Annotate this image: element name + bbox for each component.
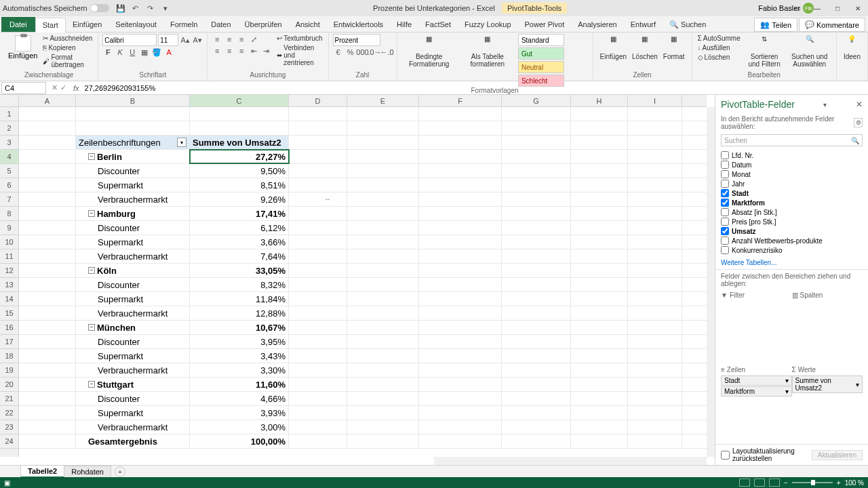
tab-einfuegen[interactable]: Einfügen (66, 17, 108, 32)
row-header-1[interactable]: 1 (0, 107, 18, 121)
rows-area[interactable]: ≡Zeilen Stadt▾Marktform▾ (721, 365, 792, 441)
chevron-down-icon[interactable]: ▾ (785, 388, 789, 395)
ideas-button[interactable]: 💡Ideen (841, 34, 863, 62)
columns-area[interactable]: ▥Spalten (792, 290, 863, 365)
fx-icon[interactable]: fx (71, 84, 82, 92)
pivot-row-label[interactable]: Supermarkt (76, 292, 190, 306)
collapse-icon[interactable]: − (88, 153, 95, 160)
col-header-I[interactable]: I (628, 95, 682, 106)
row-header-3[interactable]: 3 (0, 136, 18, 150)
pivot-row-label[interactable]: Verbrauchermarkt (76, 420, 190, 434)
underline-icon[interactable]: U (127, 47, 138, 58)
pivot-value[interactable]: 9,26% (190, 192, 289, 206)
row-header-6[interactable]: 6 (0, 178, 18, 192)
pivot-value[interactable]: 9,50% (190, 164, 289, 178)
find-select-button[interactable]: 🔍Suchen und Auswählen (787, 34, 832, 69)
zoom-in-icon[interactable]: + (837, 479, 841, 487)
border-icon[interactable]: ▦ (139, 47, 150, 58)
format-as-table-button[interactable]: ▦Als Tabelle formatieren (460, 34, 515, 87)
number-format-combo[interactable] (333, 34, 380, 46)
font-size-combo[interactable] (158, 34, 178, 46)
row-header-5[interactable]: 5 (0, 164, 18, 178)
inc-decimal-icon[interactable]: .0→ (370, 47, 380, 58)
tab-ansicht[interactable]: Ansicht (289, 17, 327, 32)
field-checkbox[interactable] (721, 151, 729, 159)
format-cells-button[interactable]: ▦Format (660, 34, 688, 62)
currency-icon[interactable]: € (333, 47, 344, 58)
field-item[interactable]: Stadt (721, 188, 863, 198)
pivot-value[interactable]: 7,64% (190, 249, 289, 263)
tab-factset[interactable]: FactSet (418, 17, 458, 32)
row-header-20[interactable]: 20 (0, 378, 18, 392)
maximize-icon[interactable]: □ (827, 0, 848, 16)
pivot-row-label[interactable]: Verbrauchermarkt (76, 192, 190, 206)
pivot-value[interactable]: 3,93% (190, 406, 289, 420)
pivot-value[interactable]: 3,30% (190, 363, 289, 377)
font-name-combo[interactable] (102, 34, 157, 46)
tab-start[interactable]: Start (35, 18, 66, 33)
field-checkbox[interactable] (721, 227, 729, 235)
pivot-value[interactable]: 3,66% (190, 235, 289, 249)
cancel-formula-icon[interactable]: ✕ (52, 83, 58, 92)
field-item[interactable]: Jahr (721, 179, 863, 188)
update-button[interactable]: Aktualisieren (812, 450, 863, 460)
style-gut[interactable]: Gut (518, 47, 564, 60)
sheet-tab-tabelle2[interactable]: Tabelle2 (20, 465, 64, 478)
format-painter-button[interactable]: 🖌Format übertragen (41, 53, 94, 69)
field-checkbox[interactable] (721, 218, 729, 226)
col-header-D[interactable]: D (289, 95, 347, 106)
italic-icon[interactable]: K (115, 47, 125, 58)
pivot-row-label[interactable]: Discounter (76, 278, 190, 291)
field-checkbox[interactable] (721, 199, 729, 207)
pivot-value[interactable]: 17,41% (190, 207, 289, 220)
worksheet-grid[interactable]: ABCDEFGHI 123456789101112131415161718192… (0, 95, 715, 465)
row-header-24[interactable]: 24 (0, 434, 18, 449)
field-item[interactable]: Preis [pro Stk.] (721, 217, 863, 226)
field-checkbox[interactable] (721, 237, 729, 245)
pivot-value[interactable]: 6,12% (190, 221, 289, 235)
pivot-row-label[interactable]: Discounter (76, 164, 190, 178)
sheet-tab-rohdaten[interactable]: Rohdaten (64, 466, 111, 478)
pivot-row-label[interactable]: Supermarkt (76, 406, 190, 420)
tab-seitenlayout[interactable]: Seitenlayout (108, 17, 163, 32)
zoom-slider[interactable] (792, 482, 833, 483)
file-tab[interactable]: Datei (1, 17, 35, 32)
fill-button[interactable]: ↓Ausfüllen (696, 43, 742, 52)
field-checkbox[interactable] (721, 208, 729, 216)
pivot-row-label[interactable]: Discounter (76, 335, 190, 348)
comma-icon[interactable]: 000 (357, 47, 368, 58)
pivot-row-label[interactable]: −München (76, 321, 190, 334)
field-checkbox[interactable] (721, 161, 729, 169)
style-neutral[interactable]: Neutral (518, 61, 564, 73)
undo-icon[interactable]: ↶ (131, 3, 140, 13)
style-standard[interactable]: Standard (518, 34, 564, 46)
cell-styles-gallery[interactable]: Standard Gut Neutral Schlecht (518, 34, 589, 87)
row-header-10[interactable]: 10 (0, 235, 18, 249)
pivot-value[interactable]: 4,66% (190, 392, 289, 405)
tab-powerpivot[interactable]: Power Pivot (518, 17, 572, 32)
autosum-button[interactable]: ΣAutoSumme (696, 34, 742, 43)
close-icon[interactable]: ✕ (848, 0, 868, 16)
field-item[interactable]: Lfd. Nr. (721, 150, 863, 160)
ribbon-display-icon[interactable]: ▭ (787, 0, 807, 16)
field-item[interactable]: Absatz [in Stk.] (721, 207, 863, 217)
copy-button[interactable]: ⎘Kopieren (41, 43, 94, 52)
pivot-value[interactable]: 100,00% (190, 434, 289, 448)
row-header-2[interactable]: 2 (0, 121, 18, 136)
bold-icon[interactable]: F (102, 47, 113, 58)
gear-icon[interactable]: ⚙ (854, 118, 863, 127)
pivot-value[interactable]: 8,32% (190, 278, 289, 291)
delete-cells-button[interactable]: ▦Löschen (629, 34, 660, 62)
field-item[interactable]: Datum (721, 160, 863, 169)
enter-formula-icon[interactable]: ✓ (60, 83, 66, 92)
page-layout-view-icon[interactable] (754, 479, 765, 487)
col-header-F[interactable]: F (419, 95, 502, 106)
pivot-row-label[interactable]: Verbrauchermarkt (76, 363, 190, 377)
zoom-out-icon[interactable]: − (784, 479, 788, 487)
normal-view-icon[interactable] (739, 479, 750, 487)
filter-dropdown-icon[interactable]: ▾ (177, 138, 186, 147)
paste-button[interactable]: Einfügen (4, 34, 41, 69)
col-header-E[interactable]: E (347, 95, 419, 106)
cut-button[interactable]: ✂Ausschneiden (41, 34, 94, 43)
tab-analysieren[interactable]: Analysieren (571, 17, 623, 32)
